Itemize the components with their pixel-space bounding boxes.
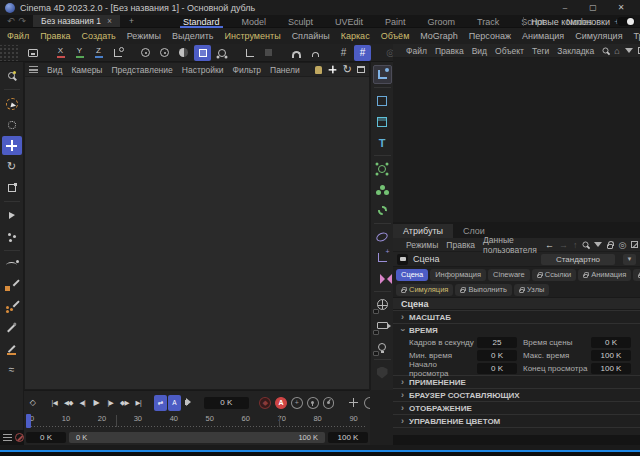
search-icon[interactable]: [603, 48, 609, 54]
menu-mograph[interactable]: MoGraph: [420, 31, 458, 41]
redo-icon[interactable]: ↷: [19, 16, 27, 26]
axis-y-lock-button[interactable]: Y: [71, 45, 88, 61]
sound-button[interactable]: [182, 395, 195, 411]
target-icon[interactable]: ◎: [618, 240, 626, 250]
max-time-field[interactable]: 100 K: [591, 350, 631, 361]
vp-menu-cameras[interactable]: Камеры: [71, 65, 102, 75]
sky-object-button[interactable]: [373, 295, 392, 314]
symmetry-object-button[interactable]: [373, 269, 392, 288]
maximize-button[interactable]: ▢: [579, 0, 607, 15]
viewport-canvas[interactable]: [25, 77, 369, 389]
preview-range-slider[interactable]: 0 K 100 K: [69, 432, 325, 443]
attr-tab-scene[interactable]: Сцена: [396, 269, 428, 281]
add-keyframe-button[interactable]: +: [291, 397, 303, 409]
close-button[interactable]: ✕: [607, 0, 635, 15]
workplane-mode-button[interactable]: [241, 45, 258, 61]
clipped-button[interactable]: [364, 397, 370, 409]
dropdown-arrow-button[interactable]: ▼: [623, 254, 636, 265]
live-selection-button[interactable]: [2, 94, 22, 113]
attr-menu-mode[interactable]: Режимы: [406, 240, 438, 250]
quantize-grid-button[interactable]: #: [354, 45, 371, 61]
scale-tool-button[interactable]: [2, 178, 22, 197]
menu-mesh[interactable]: Каркас: [341, 31, 370, 41]
menu-create[interactable]: Создать: [82, 31, 116, 41]
toolbar-grip[interactable]: [0, 45, 20, 61]
attr-menu-userdata[interactable]: Данные пользователя: [483, 235, 537, 255]
menu-splines[interactable]: Сплайны: [292, 31, 330, 41]
camera-object-button[interactable]: [373, 316, 392, 335]
menu-select[interactable]: Выделить: [172, 31, 214, 41]
vp-menu-display[interactable]: Представление: [111, 65, 172, 75]
grid-button[interactable]: #: [335, 45, 352, 61]
rotate-tool-button[interactable]: ↻: [2, 157, 22, 176]
preview-start-field[interactable]: 0 K: [477, 363, 517, 374]
go-end-button[interactable]: ▶|: [132, 395, 145, 411]
locked-workplane-button[interactable]: [260, 45, 277, 61]
menu-modes[interactable]: Режимы: [127, 31, 161, 41]
tab-model[interactable]: Model: [231, 15, 278, 28]
light-object-button[interactable]: [373, 337, 392, 356]
material-button[interactable]: [373, 363, 392, 382]
texture-mode-button[interactable]: [175, 45, 192, 61]
next-key-button[interactable]: ◆▶: [118, 395, 131, 411]
menu-tracker[interactable]: Трекер: [634, 31, 640, 41]
tab-groom[interactable]: Groom: [417, 15, 467, 28]
move-tool-button[interactable]: [2, 136, 22, 155]
play-button[interactable]: ▶: [90, 395, 103, 411]
deformer-button[interactable]: [373, 227, 392, 246]
attr-tab-info[interactable]: Информация: [430, 269, 486, 281]
om-menu-tags[interactable]: Теги: [532, 46, 549, 56]
timeline-ruler[interactable]: 0 10 20 30 40 50 60 70 80 90 100: [24, 414, 370, 430]
key-position-button[interactable]: [307, 397, 319, 409]
axis-z-lock-button[interactable]: Z: [90, 45, 107, 61]
attr-tab-bullet[interactable]: Bullet: [633, 269, 640, 281]
om-menu-object[interactable]: Объект: [495, 46, 524, 56]
menu-animate[interactable]: Анимация: [522, 31, 564, 41]
min-time-field[interactable]: 0 K: [477, 350, 517, 361]
prev-frame-button[interactable]: ◀|: [76, 395, 89, 411]
attr-tab-cineware[interactable]: Cineware: [488, 269, 530, 281]
axis-x-lock-button[interactable]: X: [52, 45, 69, 61]
generator-button[interactable]: [373, 201, 392, 220]
object-move-button[interactable]: [2, 206, 22, 225]
menu-volume[interactable]: Объём: [381, 31, 410, 41]
spline-pen-button[interactable]: [373, 65, 392, 84]
filter-icon[interactable]: [625, 48, 633, 53]
workplane-button[interactable]: [109, 45, 126, 61]
filter-icon[interactable]: [594, 242, 602, 247]
polygon-pen-button[interactable]: [2, 276, 22, 295]
preview-end-field[interactable]: 100 K: [591, 363, 631, 374]
om-menu-file[interactable]: Файл: [406, 46, 427, 56]
point-pen-button[interactable]: [2, 297, 22, 316]
snap-settings-button[interactable]: [307, 45, 324, 61]
minimize-button[interactable]: –: [551, 0, 579, 15]
prev-key-button[interactable]: ◀◆: [62, 395, 75, 411]
range-min-field[interactable]: 0 K: [26, 432, 66, 443]
undo-icon[interactable]: ↶: [7, 16, 15, 26]
line-cut-button[interactable]: [2, 339, 22, 358]
render-view-button[interactable]: [24, 45, 41, 61]
om-menu-edit[interactable]: Правка: [435, 46, 464, 56]
popout-icon[interactable]: [631, 241, 638, 248]
up-icon[interactable]: ↑: [573, 240, 578, 250]
subdivision-surface-button[interactable]: [373, 159, 392, 178]
menu-file[interactable]: Файл: [7, 31, 29, 41]
tab-standard[interactable]: Standard: [172, 15, 231, 28]
section-color-management[interactable]: › УПРАВЛЕНИЕ ЦВЕТОМ: [393, 414, 640, 427]
lock-icon[interactable]: [607, 244, 613, 249]
object-list[interactable]: [393, 58, 640, 204]
playhead[interactable]: [26, 414, 31, 428]
key-rotation-button[interactable]: [323, 397, 335, 409]
search-icon[interactable]: [583, 242, 589, 248]
find-tool-button[interactable]: [2, 66, 22, 85]
section-asset-browser[interactable]: › БРАУЗЕР СОСТАВЛЯЮЩИХ: [393, 388, 640, 401]
menu-character[interactable]: Персонаж: [469, 31, 511, 41]
maximize-view-icon[interactable]: [357, 66, 365, 73]
tab-paint[interactable]: Paint: [374, 15, 417, 28]
scene-time-field[interactable]: 0 K: [591, 337, 631, 348]
vp-menu-options[interactable]: Настройки: [182, 65, 224, 75]
fps-field[interactable]: 25: [477, 337, 517, 348]
move-view-icon[interactable]: [328, 66, 336, 74]
vp-menu-panels[interactable]: Панели: [270, 65, 300, 75]
close-tab-icon[interactable]: ×: [107, 16, 112, 26]
